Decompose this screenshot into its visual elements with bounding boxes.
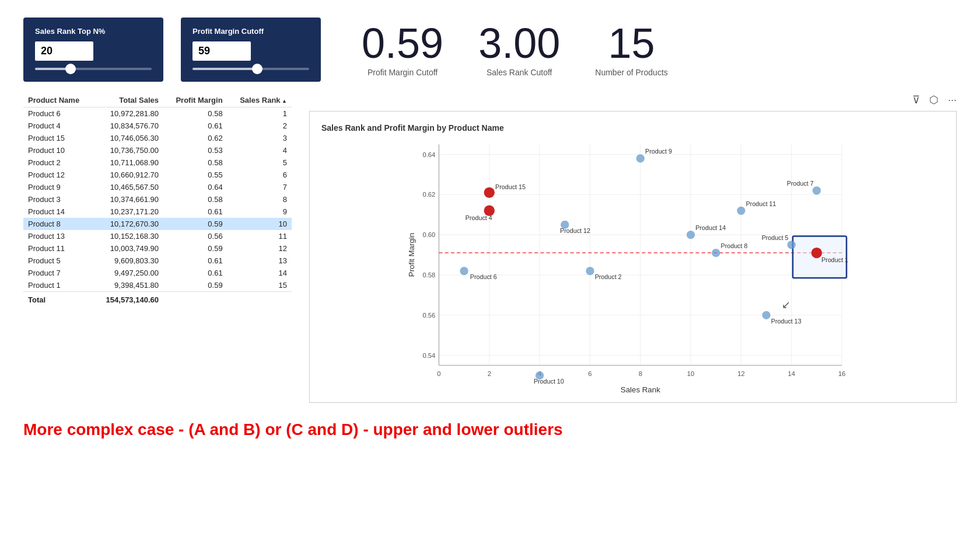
- cell-sales-rank: 14: [228, 267, 292, 279]
- cell-sales-rank: 6: [228, 169, 292, 181]
- table-row[interactable]: Product 4 10,834,576.70 0.61 2: [23, 120, 292, 132]
- cell-profit-margin: 0.61: [163, 120, 228, 132]
- svg-text:Product 11: Product 11: [746, 200, 776, 207]
- cell-profit-margin: 0.61: [163, 267, 228, 279]
- cell-total-sales: 9,398,451.80: [93, 279, 163, 292]
- svg-point-36: [460, 267, 468, 275]
- col-header-sales-rank[interactable]: Sales Rank: [228, 93, 292, 107]
- profit-margin-slider[interactable]: [192, 68, 309, 70]
- cell-total-sales: 10,972,281.80: [93, 107, 163, 120]
- svg-point-64: [811, 248, 822, 258]
- svg-point-54: [712, 249, 720, 257]
- table-row[interactable]: Product 3 10,374,661.90 0.58 8: [23, 193, 292, 206]
- cell-sales-rank: 8: [228, 193, 292, 206]
- svg-text:Product 7: Product 7: [787, 180, 814, 187]
- col-header-profit-margin[interactable]: Profit Margin: [163, 93, 228, 107]
- cell-profit-margin: 0.59: [163, 242, 228, 255]
- cell-product-name: Product 4: [23, 120, 93, 132]
- profit-margin-card: Profit Margin Cutoff 59: [181, 18, 321, 82]
- cell-total-sales: 10,003,749.90: [93, 242, 163, 255]
- table-row[interactable]: Product 15 10,746,056.30 0.62 3: [23, 132, 292, 144]
- total-value: 154,573,140.60: [93, 292, 163, 307]
- cell-total-sales: 10,465,567.50: [93, 181, 163, 193]
- cell-profit-margin: 0.58: [163, 156, 228, 169]
- table-row[interactable]: Product 14 10,237,171.20 0.61 9: [23, 206, 292, 218]
- cell-profit-margin: 0.56: [163, 230, 228, 242]
- more-options-icon[interactable]: ···: [948, 94, 957, 106]
- table-row[interactable]: Product 7 9,497,250.00 0.61 14: [23, 267, 292, 279]
- cell-sales-rank: 11: [228, 230, 292, 242]
- table-row[interactable]: Product 9 10,465,567.50 0.64 7: [23, 181, 292, 193]
- chart-title: Sales Rank and Profit Margin by Product …: [321, 123, 944, 133]
- profit-margin-value: 59: [192, 41, 251, 61]
- chart-container: ⊽ ⬡ ··· Sales Rank and Profit Margin by …: [309, 93, 957, 403]
- svg-point-62: [813, 186, 821, 194]
- table-row[interactable]: Product 12 10,660,912.70 0.55 6: [23, 169, 292, 181]
- chart-box: Sales Rank and Profit Margin by Product …: [309, 111, 957, 403]
- svg-text:Product 10: Product 10: [534, 378, 564, 385]
- metric-num-products: 15 Number of Products: [595, 22, 668, 77]
- cell-sales-rank: 5: [228, 156, 292, 169]
- table-row[interactable]: Product 11 10,003,749.90 0.59 12: [23, 242, 292, 255]
- svg-text:8: 8: [639, 370, 642, 377]
- table-row[interactable]: Product 13 10,152,168.30 0.56 11: [23, 230, 292, 242]
- col-header-product-name[interactable]: Product Name: [23, 93, 93, 107]
- cell-profit-margin: 0.59: [163, 218, 228, 230]
- col-header-total-sales[interactable]: Total Sales: [93, 93, 163, 107]
- cell-total-sales: 10,172,670.30: [93, 218, 163, 230]
- table-row[interactable]: Product 6 10,972,281.80 0.58 1: [23, 107, 292, 120]
- svg-text:0: 0: [437, 370, 440, 377]
- cell-product-name: Product 3: [23, 193, 93, 206]
- cell-product-name: Product 6: [23, 107, 93, 120]
- table-row[interactable]: Product 2 10,711,068.90 0.58 5: [23, 156, 292, 169]
- cell-total-sales: 9,497,250.00: [93, 267, 163, 279]
- svg-text:Product 9: Product 9: [645, 148, 672, 155]
- svg-text:Product 14: Product 14: [695, 224, 726, 231]
- metric-value-1: 3.00: [478, 22, 560, 64]
- svg-text:Product 8: Product 8: [720, 242, 747, 249]
- sales-rank-slider[interactable]: [35, 68, 152, 70]
- table-row[interactable]: Product 5 9,609,803.30 0.61 13: [23, 255, 292, 267]
- metrics-row: 0.59 Profit Margin Cutoff 3.00 Sales Ran…: [362, 22, 668, 77]
- cell-sales-rank: 1: [228, 107, 292, 120]
- profit-margin-title: Profit Margin Cutoff: [192, 27, 309, 36]
- cell-profit-margin: 0.64: [163, 181, 228, 193]
- metric-label-0: Profit Margin Cutoff: [362, 68, 443, 77]
- metric-value-2: 15: [595, 22, 668, 64]
- svg-point-60: [788, 241, 796, 249]
- svg-text:Product 6: Product 6: [470, 273, 497, 280]
- cell-product-name: Product 1: [23, 279, 93, 292]
- cell-profit-margin: 0.55: [163, 169, 228, 181]
- svg-text:16: 16: [838, 370, 846, 377]
- cell-product-name: Product 12: [23, 169, 93, 181]
- filter-icon[interactable]: ⊽: [912, 93, 920, 106]
- cell-total-sales: 10,660,912.70: [93, 169, 163, 181]
- svg-text:14: 14: [788, 370, 796, 377]
- cell-product-name: Product 7: [23, 267, 93, 279]
- svg-text:Product 13: Product 13: [771, 318, 802, 325]
- svg-text:Product 1: Product 1: [821, 256, 848, 263]
- table-row[interactable]: Product 1 9,398,451.80 0.59 15: [23, 279, 292, 292]
- export-icon[interactable]: ⬡: [929, 93, 939, 106]
- cell-profit-margin: 0.58: [163, 193, 228, 206]
- svg-text:0.64: 0.64: [422, 151, 435, 158]
- cell-total-sales: 10,834,576.70: [93, 120, 163, 132]
- scatter-plot: 02468101214160.540.560.580.600.620.64Sal…: [321, 138, 944, 395]
- svg-text:0.56: 0.56: [422, 312, 435, 319]
- cell-total-sales: 9,609,803.30: [93, 255, 163, 267]
- cell-total-sales: 10,152,168.30: [93, 230, 163, 242]
- svg-point-40: [484, 187, 495, 198]
- svg-point-44: [586, 267, 594, 275]
- svg-text:Product 4: Product 4: [466, 214, 492, 221]
- metric-profit-margin-cutoff: 0.59 Profit Margin Cutoff: [362, 22, 443, 77]
- data-table: Product Name Total Sales Profit Margin S…: [23, 93, 292, 306]
- svg-text:Product 2: Product 2: [595, 273, 622, 280]
- table-row[interactable]: Product 8 10,172,670.30 0.59 10: [23, 218, 292, 230]
- svg-point-52: [687, 231, 695, 239]
- cell-product-name: Product 10: [23, 144, 93, 156]
- table-row[interactable]: Product 10 10,736,750.00 0.53 4: [23, 144, 292, 156]
- svg-text:Product 12: Product 12: [560, 227, 590, 234]
- cell-product-name: Product 5: [23, 255, 93, 267]
- cell-sales-rank: 9: [228, 206, 292, 218]
- cell-product-name: Product 15: [23, 132, 93, 144]
